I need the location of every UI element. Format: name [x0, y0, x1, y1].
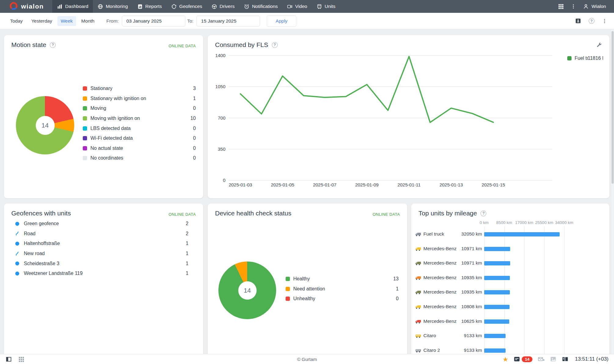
legend-label: Moving: [90, 106, 187, 111]
mileage-bar: [484, 319, 509, 324]
help-icon[interactable]: ?: [50, 42, 56, 48]
nav-item-units[interactable]: Units: [312, 0, 340, 13]
truck-icon: [415, 290, 422, 296]
contact-card-icon[interactable]: [575, 18, 581, 24]
geofence-row[interactable]: Green geofence2: [4, 219, 203, 229]
preset-yesterday[interactable]: Yesterday: [28, 16, 55, 26]
nav-right-tools: Wialon: [558, 0, 614, 13]
geofence-row[interactable]: Scheidestraße 31: [4, 258, 203, 268]
geofence-name: Scheidestraße 3: [24, 261, 186, 266]
truck-icon: [415, 247, 422, 253]
unit-mileage-row[interactable]: Citaro 29133 km: [411, 343, 609, 354]
notifications-button[interactable]: 14: [513, 356, 532, 362]
legend-label: Wi-Fi detected data: [90, 135, 187, 141]
geofence-unit-count: 2: [186, 221, 188, 226]
truck-icon: [415, 305, 422, 311]
preset-week[interactable]: Week: [57, 16, 76, 26]
nav-item-video[interactable]: Video: [282, 0, 312, 13]
geofence-row[interactable]: New road1: [4, 249, 203, 259]
scrollbar-thumb[interactable]: [612, 31, 614, 184]
mail-forward-icon[interactable]: [538, 356, 545, 363]
unit-mileage-row[interactable]: Mercedes-Benz10808 km: [411, 300, 609, 314]
split-view-icon[interactable]: [562, 356, 568, 362]
legend-item: Stationary3: [83, 84, 196, 94]
legend-item: Need attention1: [286, 284, 399, 294]
image-icon[interactable]: [550, 356, 557, 362]
geofence-dot-icon: [15, 222, 20, 226]
legend-swatch: [286, 277, 290, 281]
legend-value: 0: [187, 135, 196, 141]
favorites-star-icon[interactable]: ★: [503, 356, 508, 362]
to-date-input[interactable]: [196, 16, 260, 27]
legend-swatch: [83, 156, 87, 160]
unit-mileage-value: 9133 km: [445, 333, 482, 338]
geofence-row[interactable]: Road2: [4, 229, 203, 239]
user-menu[interactable]: Wialon: [583, 3, 606, 9]
legend-item: Moving with ignition on10: [83, 114, 196, 124]
bus-icon: [415, 348, 422, 354]
apps-grid-icon[interactable]: [558, 3, 564, 9]
unit-mileage-row[interactable]: Mercedes-Benz10971 km: [411, 242, 609, 256]
panel-toggle-icon[interactable]: [5, 356, 12, 362]
page-scrollbar[interactable]: [611, 29, 614, 354]
nav-item-monitoring[interactable]: Monitoring: [93, 0, 132, 13]
geofence-name: Weetzener Landstraße 119: [24, 271, 186, 276]
geofence-name: Haltenhoffstraße: [24, 241, 186, 246]
nav-item-notifications[interactable]: Notifications: [239, 0, 282, 13]
legend-value: 1: [187, 96, 196, 101]
legend-item: Healthy13: [286, 274, 399, 284]
preset-month[interactable]: Month: [78, 16, 98, 26]
bus-icon: [415, 333, 422, 340]
geofence-row[interactable]: Haltenhoffstraße1: [4, 239, 203, 249]
apps-grid-icon[interactable]: [18, 356, 24, 362]
legend-swatch: [286, 297, 290, 301]
route-icon: [15, 251, 20, 256]
nav-item-dashboard[interactable]: Dashboard: [52, 0, 93, 13]
help-icon[interactable]: ?: [589, 18, 594, 24]
preset-today[interactable]: Today: [7, 16, 26, 26]
from-label: From:: [106, 18, 119, 24]
legend-value: 3: [187, 86, 196, 91]
drivers-icon: [211, 4, 217, 9]
legend-swatch: [567, 56, 572, 60]
nav-item-label: Reports: [145, 4, 162, 9]
to-label: To:: [187, 18, 194, 24]
help-icon[interactable]: ?: [481, 211, 486, 216]
from-date-input[interactable]: [122, 16, 185, 27]
pie-center-label: 14: [238, 281, 257, 300]
unit-mileage-row[interactable]: Citaro9133 km: [411, 329, 609, 343]
mileage-bar: [484, 232, 560, 236]
unit-mileage-row[interactable]: Fuel truck32050 km: [411, 227, 609, 242]
mileage-bar: [484, 261, 510, 265]
more-options-icon[interactable]: [571, 4, 576, 9]
nav-item-drivers[interactable]: Drivers: [207, 0, 239, 13]
unit-mileage-row[interactable]: Mercedes-Benz10935 km: [411, 271, 609, 285]
user-name: Wialon: [592, 4, 606, 9]
consumed-by-fls-card: Consumed by FLS ? 1400105070035002025-01…: [208, 35, 609, 198]
nav-item-label: Dashboard: [65, 4, 88, 9]
wialon-logo[interactable]: wialon: [0, 0, 52, 13]
fls-line-chart: 1400105070035002025-01-032025-01-052025-…: [208, 35, 609, 198]
bottom-right-tools: ★ 14 13:51:11 (+03): [503, 356, 609, 363]
more-options-icon[interactable]: [602, 18, 607, 24]
nav-item-geofences[interactable]: Geofences: [166, 0, 207, 13]
legend-value: 0: [187, 106, 196, 111]
nav-item-reports[interactable]: Reports: [133, 0, 166, 13]
motion-state-legend: Stationary3Stationary with ignition on1M…: [83, 84, 196, 163]
nav-item-label: Drivers: [220, 4, 235, 9]
unit-mileage-row[interactable]: Mercedes-Benz10625 km: [411, 314, 609, 329]
wialon-logo-icon: [9, 2, 18, 12]
mileage-bar: [484, 334, 506, 338]
reports-icon: [137, 4, 143, 9]
unit-mileage-value: 10808 km: [445, 304, 482, 309]
x-axis-label: 2025-01-15: [477, 182, 510, 187]
legend-value: 0: [187, 126, 196, 131]
geofence-row[interactable]: Weetzener Landstraße 1191: [4, 268, 203, 279]
unit-mileage-row[interactable]: Mercedes-Benz10971 km: [411, 256, 609, 271]
apply-button[interactable]: Apply: [267, 15, 296, 27]
legend-swatch: [83, 106, 87, 110]
online-data-badge: ONLINE DATA: [169, 212, 196, 217]
notification-count-badge: 14: [522, 356, 532, 362]
unit-mileage-row[interactable]: Mercedes-Benz10935 km: [411, 285, 609, 300]
legend-label: Moving with ignition on: [90, 116, 187, 121]
